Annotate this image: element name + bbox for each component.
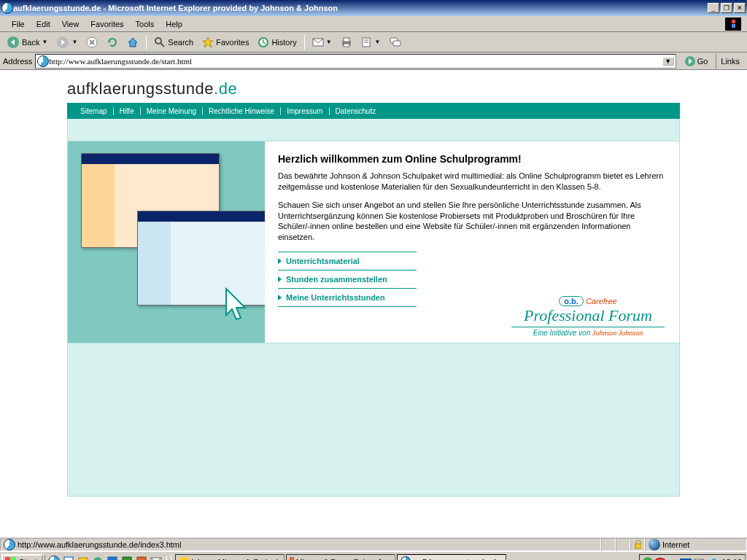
nav-sitemap[interactable]: Sitemap: [74, 107, 113, 115]
menu-edit[interactable]: Edit: [31, 18, 56, 30]
edit-button[interactable]: ▼: [357, 34, 384, 50]
stop-icon: [86, 36, 98, 48]
discuss-icon: [390, 36, 401, 48]
status-security-cell: [630, 538, 645, 551]
nav-meinung[interactable]: Meine Meinung: [140, 107, 202, 115]
clock[interactable]: 12:10: [719, 558, 742, 561]
history-button[interactable]: History: [254, 34, 300, 50]
refresh-button[interactable]: [103, 34, 122, 50]
print-button[interactable]: [337, 34, 356, 50]
mock-screenshot-2: [137, 211, 276, 306]
minimize-button[interactable]: _: [708, 3, 719, 13]
browser-viewport[interactable]: aufklaerungsstunde.de Sitemap Hilfe Mein…: [0, 70, 747, 537]
go-label: Go: [697, 57, 708, 66]
address-input[interactable]: [49, 57, 662, 66]
link-meine[interactable]: Meine Unterrichtsstunden: [278, 288, 417, 307]
taskbar-item-outlook[interactable]: Inbox - Microsoft Outlook: [175, 554, 285, 561]
edit-icon: [361, 36, 373, 48]
discuss-button[interactable]: [386, 34, 405, 50]
window-titlebar: aufklaerungsstunde.de - Microsoft Intern…: [0, 0, 747, 16]
lock-icon: [634, 540, 641, 549]
tray-network-icon[interactable]: [706, 557, 716, 561]
nav-hilfe[interactable]: Hilfe: [113, 107, 140, 115]
status-cell: [601, 538, 616, 551]
stop-button[interactable]: [82, 34, 101, 50]
forum-text: Professional Forum: [511, 306, 665, 325]
svg-rect-2: [732, 24, 735, 28]
start-button[interactable]: Start: [1, 554, 43, 561]
ql-icon[interactable]: [92, 556, 105, 561]
ob-logo: o.b.: [559, 296, 584, 306]
task-label: Microsoft PowerPoint - [s...: [296, 558, 392, 561]
home-icon: [127, 36, 139, 48]
home-button[interactable]: [123, 34, 142, 50]
menu-file[interactable]: File: [6, 18, 31, 30]
tray-icon[interactable]: [643, 557, 653, 561]
taskbar-separator: [171, 555, 171, 561]
refresh-icon: [107, 36, 118, 48]
address-dropdown-icon[interactable]: ▼: [662, 57, 674, 66]
menu-favorites[interactable]: Favorites: [85, 18, 129, 30]
page-content: aufklaerungsstunde.de Sitemap Hilfe Mein…: [67, 71, 680, 497]
back-button[interactable]: Back ▼: [3, 34, 51, 50]
svg-point-27: [93, 557, 102, 561]
menu-tools[interactable]: Tools: [130, 18, 160, 30]
search-button[interactable]: Search: [150, 34, 197, 50]
forward-button[interactable]: ▼: [53, 34, 81, 50]
link-stunden[interactable]: Stunden zusammenstellen: [278, 270, 417, 288]
ql-icon[interactable]: [48, 556, 61, 561]
svg-rect-22: [11, 557, 16, 561]
links-label: Links: [721, 57, 740, 66]
globe-icon: [649, 539, 660, 551]
ql-icon[interactable]: [150, 556, 163, 561]
address-field[interactable]: ▼: [35, 54, 676, 69]
link-label: Stunden zusammenstellen: [286, 275, 387, 284]
link-unterrichtsmaterial[interactable]: Unterrichtsmaterial: [278, 252, 417, 270]
menu-help[interactable]: Help: [160, 18, 188, 30]
ql-icon[interactable]: [77, 556, 90, 561]
links-bar[interactable]: Links: [716, 54, 744, 69]
intro-para-2: Schauen Sie sich unser Angebot an und st…: [278, 200, 666, 243]
toolbar: Back ▼ ▼ Search Favorites History ▼ ▼: [0, 32, 747, 52]
toolbar-separator: [304, 35, 305, 50]
page-icon: [4, 539, 15, 551]
tray-shield-icon[interactable]: [655, 557, 665, 561]
svg-rect-25: [64, 557, 73, 561]
taskbar-item-ie[interactable]: aufklaerungsstunde.d...: [397, 554, 506, 561]
tray-volume-icon[interactable]: [667, 557, 678, 561]
favorites-button[interactable]: Favorites: [198, 34, 252, 50]
menu-bar: File Edit View Favorites Tools Help: [0, 16, 747, 32]
favorites-icon: [202, 36, 214, 48]
toolbar-separator: [146, 35, 147, 50]
status-text-cell: http://www.aufklaerungsstunde.de/index3.…: [0, 538, 601, 551]
status-bar: http://www.aufklaerungsstunde.de/index3.…: [0, 537, 747, 551]
svg-line-8: [160, 43, 164, 47]
svg-point-7: [155, 38, 161, 44]
jj-logo: Johnson·Johnson: [592, 329, 643, 337]
taskbar-item-powerpoint[interactable]: Microsoft PowerPoint - [s...: [286, 554, 395, 561]
menu-view[interactable]: View: [56, 18, 85, 30]
powerpoint-icon: [290, 557, 294, 561]
ql-icon[interactable]: X: [121, 556, 134, 561]
ql-icon[interactable]: [63, 556, 76, 561]
svg-rect-26: [79, 558, 88, 561]
svg-rect-36: [290, 557, 294, 561]
close-button[interactable]: ✕: [734, 3, 746, 13]
mail-button[interactable]: ▼: [309, 34, 336, 50]
windows-flag-icon: [725, 18, 741, 31]
page-icon: [37, 55, 49, 67]
nav-rechtliche[interactable]: Rechtliche Hinweise: [202, 107, 280, 115]
ql-icon[interactable]: P: [136, 556, 149, 561]
svg-rect-13: [344, 44, 349, 47]
page-heading: Herzlich willkommen zum Online Schulprog…: [278, 153, 666, 165]
main-panel: Herzlich willkommen zum Online Schulprog…: [67, 141, 680, 343]
nav-impressum[interactable]: Impressum: [280, 107, 328, 115]
history-icon: [258, 36, 269, 48]
search-label: Search: [168, 38, 193, 47]
tray-mail-icon[interactable]: [694, 557, 704, 561]
nav-datenschutz[interactable]: Datenschutz: [329, 107, 382, 115]
svg-rect-18: [393, 41, 400, 46]
restore-button[interactable]: ❐: [721, 3, 732, 13]
go-button[interactable]: Go: [679, 54, 713, 69]
ql-icon[interactable]: W: [107, 556, 120, 561]
